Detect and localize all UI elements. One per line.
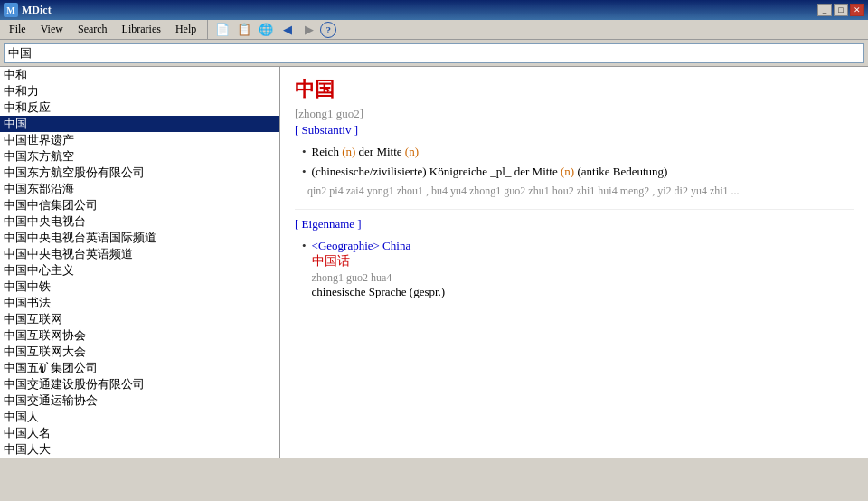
definition-substantiv-section: Reich (n) der Mitte (n) (chinesische/ziv… [295,145,854,198]
word-list-item[interactable]: 中国互联网 [0,311,279,327]
word-list-item[interactable]: 中国人 [0,409,279,425]
definition-list: Reich (n) der Mitte (n) (chinesische/ziv… [295,145,854,179]
definition-tag-substantiv: [ Substantiv ] [295,123,854,137]
menu-view[interactable]: View [33,20,71,39]
word-list-item[interactable]: 中国中心主义 [0,262,279,279]
definition-title: 中国 [295,76,854,103]
word-list-item[interactable]: 中国中铁 [0,279,279,295]
word-list-item[interactable]: 中国 [0,116,279,132]
word-list-item[interactable]: 中和力 [0,83,279,99]
close-button[interactable]: ✕ [850,4,864,16]
maximize-button[interactable]: □ [834,4,848,16]
toolbar-back-btn[interactable]: ◀ [277,19,298,41]
word-list-item[interactable]: 中国人大 [0,441,279,458]
menu-file[interactable]: File [2,20,33,39]
word-list-panel: 中和中和力中和反应中国中国世界遗产中国东方航空中国东方航空股份有限公司中国东部沿… [0,67,280,458]
minimize-button[interactable]: _ [817,4,832,16]
definition-item-1: Reich (n) der Mitte (n) [302,145,854,159]
word-list-item[interactable]: 中国五矿集团公司 [0,360,279,376]
toolbar-web-btn[interactable]: 🌐 [255,19,277,41]
menu-search[interactable]: Search [71,20,115,39]
word-list-item[interactable]: 中国东方航空股份有限公司 [0,165,279,181]
word-list-item[interactable]: 中国互联网大会 [0,344,279,360]
word-list-item[interactable]: 中国书法 [0,295,279,311]
word-list-item[interactable]: 中国世界遗产 [0,132,279,148]
word-list-item[interactable]: 中国互联网协会 [0,327,279,344]
app-title: MDict [22,4,52,17]
word-list-item[interactable]: 中国东部沿海 [0,181,279,197]
toolbar-new-btn[interactable]: 📄 [212,19,233,41]
search-bar [0,40,868,67]
word-list-item[interactable]: 中国交通运输协会 [0,392,279,409]
word-list-item[interactable]: 中和 [0,67,279,83]
title-bar-controls: _ □ ✕ [817,4,864,16]
toolbar-forward-btn[interactable]: ▶ [298,19,320,41]
app-icon: M [4,3,18,17]
example-pinyin: qin2 pi4 zai4 yong1 zhou1 , bu4 yu4 zhon… [307,184,854,198]
word-list-item[interactable]: 中国中央电视台英语国际频道 [0,230,279,246]
word-list-item[interactable]: 中国人名 [0,425,279,441]
main-area: 中和中和力中和反应中国中国世界遗产中国东方航空中国东方航空股份有限公司中国东部沿… [0,67,868,458]
word-list-item[interactable]: 中国中央电视台英语频道 [0,246,279,262]
meaning-text-1: Reich (n) der Mitte (n) [312,145,419,158]
pinyin-hua4: zhong1 guo2 hua4 [312,271,446,285]
word-list-item[interactable]: 中国中央电视台 [0,213,279,230]
eigenname-item-1: <Geographie> China 中国话 zhong1 guo2 hua4 … [302,239,854,299]
menu-libraries[interactable]: Libraries [115,20,168,39]
status-bar [0,458,868,474]
geo-text: <Geographie> China [312,239,411,252]
definition-eigenname-section: <Geographie> China 中国话 zhong1 guo2 hua4 … [295,239,854,299]
toolbar-copy-btn[interactable]: 📋 [233,19,255,41]
chinese-word: 中国话 [312,254,350,268]
word-list-item[interactable]: 中国东方航空 [0,148,279,165]
eigenname-list: <Geographie> China 中国话 zhong1 guo2 hua4 … [295,239,854,299]
definition-item-2: (chinesische/zivilisierte) Königreiche _… [302,165,854,179]
word-list-item[interactable]: 中国交通建设股份有限公司 [0,376,279,392]
toolbar-help-btn[interactable]: ? [320,22,336,38]
word-list-container[interactable]: 中和中和力中和反应中国中国世界遗产中国东方航空中国东方航空股份有限公司中国东部沿… [0,67,279,458]
word-list-item[interactable]: 中国中信集团公司 [0,197,279,213]
menu-bar: File View Search Libraries Help 📄 📋 🌐 ◀ … [0,20,868,40]
menu-separator [207,20,208,40]
definition-pinyin: [zhong1 guo2] [295,107,854,121]
title-bar-left: M MDict [4,3,52,17]
search-input[interactable] [4,43,864,63]
definition-panel: 中国 [zhong1 guo2] [ Substantiv ] Reich (n… [280,67,868,458]
word-list-item[interactable]: 中和反应 [0,99,279,116]
german-def: chinesische Sprache (gespr.) [312,285,446,298]
definition-tag-eigenname: [ Eigenname ] [295,217,854,232]
menu-help[interactable]: Help [168,20,203,39]
meaning-text-2: (chinesische/zivilisierte) Königreiche _… [312,165,668,178]
title-bar: M MDict _ □ ✕ [0,0,868,20]
section-divider [295,209,854,210]
